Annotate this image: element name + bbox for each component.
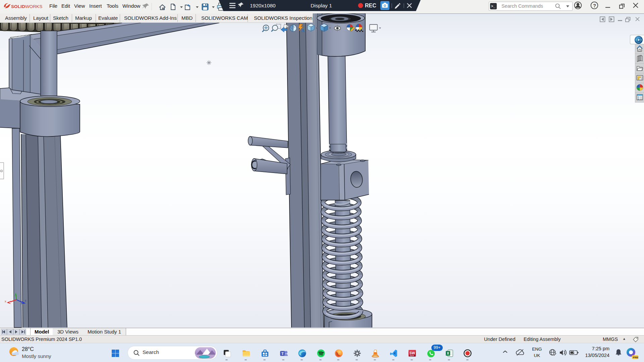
svg-text:2024: 2024: [410, 355, 414, 357]
svg-text:REC: REC: [365, 3, 376, 8]
svg-text:?: ?: [593, 3, 596, 8]
svg-text:z: z: [25, 299, 26, 302]
svg-text:Display 1: Display 1: [311, 3, 332, 8]
svg-text:PRE: PRE: [633, 356, 639, 359]
svg-text:T: T: [281, 352, 284, 356]
svg-text:644x362: 644x362: [250, 3, 276, 8]
svg-text:x: x: [5, 300, 6, 303]
svg-text:A: A: [301, 28, 305, 33]
svg-text:X: X: [447, 351, 449, 355]
